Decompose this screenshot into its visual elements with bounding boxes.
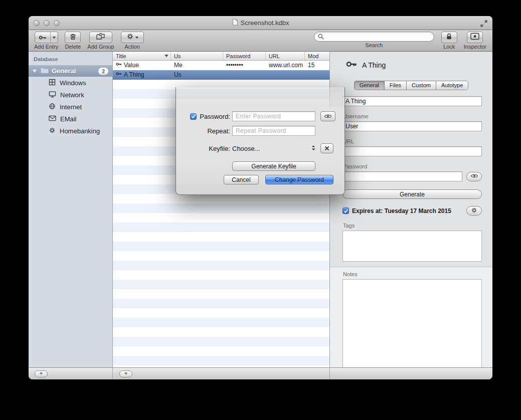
- expires-checkbox[interactable]: [342, 207, 349, 214]
- dialog-password-label: Password:: [200, 113, 230, 120]
- username-label: Username: [343, 113, 482, 119]
- tab-files[interactable]: Files: [384, 81, 406, 90]
- inspector-icon: [470, 33, 479, 42]
- eye-icon: [470, 173, 478, 180]
- sidebar-item-label: EMail: [60, 115, 77, 123]
- search-label: Search: [365, 42, 383, 48]
- folder-icon: [40, 67, 49, 75]
- add-group-button[interactable]: [89, 32, 112, 43]
- add-entry-dropdown[interactable]: [50, 32, 58, 43]
- sidebar-item-windows[interactable]: Windows: [29, 77, 112, 89]
- sidebar-item-email[interactable]: EMail: [29, 113, 112, 125]
- add-entry-footer-button[interactable]: +: [119, 370, 132, 377]
- add-group-footer-button[interactable]: +: [35, 370, 48, 377]
- expires-options-button[interactable]: [466, 206, 482, 216]
- action-button[interactable]: [121, 32, 144, 43]
- username-field[interactable]: [342, 121, 482, 131]
- url-label: URL: [343, 138, 482, 144]
- add-group-label: Add Group: [87, 44, 114, 50]
- sidebar-item-label: Internet: [60, 103, 82, 111]
- column-header-url[interactable]: URL: [266, 52, 305, 60]
- gear-icon: [49, 127, 56, 135]
- dialog-keyfile-label: Keyfile:: [209, 145, 230, 152]
- sort-indicator-icon: [164, 55, 168, 57]
- tab-custom[interactable]: Custom: [406, 81, 436, 90]
- change-password-button[interactable]: Change Password: [265, 175, 333, 184]
- lock-icon: [445, 33, 453, 43]
- cancel-button[interactable]: Cancel: [224, 175, 259, 184]
- lock-label: Lock: [443, 44, 455, 50]
- password-label: Password: [343, 163, 482, 169]
- windows-icon: [49, 79, 56, 87]
- disclosure-triangle-icon[interactable]: [33, 70, 37, 73]
- entry-key-icon: [116, 61, 122, 70]
- keyfile-popup[interactable]: Choose...: [232, 145, 315, 152]
- title-field[interactable]: [342, 96, 482, 106]
- column-header-password[interactable]: Password: [223, 52, 266, 60]
- column-header-username[interactable]: Us: [171, 52, 223, 60]
- change-password-dialog: Password: Repeat:: [176, 87, 345, 195]
- notes-textarea[interactable]: [342, 279, 482, 371]
- inspector-tabbar: General Files Custom Autotype: [354, 81, 469, 90]
- table-row-selected[interactable]: A Thing Us: [113, 70, 329, 80]
- window-close-button[interactable]: [34, 20, 40, 26]
- generate-password-button[interactable]: Generate: [342, 189, 482, 199]
- envelope-icon: [49, 115, 56, 123]
- sidebar-item-label: Windows: [60, 79, 86, 87]
- fullscreen-icon[interactable]: [480, 20, 488, 28]
- search-input[interactable]: [314, 32, 434, 42]
- add-entry-button[interactable]: [35, 32, 58, 43]
- url-field[interactable]: [342, 146, 482, 156]
- generate-keyfile-button[interactable]: Generate Keyfile: [232, 161, 315, 171]
- footer-divider: [112, 368, 113, 379]
- window-title: Screenshot.kdbx: [241, 19, 289, 27]
- sidebar-group-label: General: [52, 67, 76, 75]
- delete-button[interactable]: [65, 32, 81, 43]
- password-field[interactable]: [342, 171, 462, 181]
- repeat-password-input[interactable]: [232, 126, 315, 136]
- sidebar-group-general[interactable]: General 2: [29, 65, 112, 77]
- globe-icon: [49, 103, 56, 111]
- eye-icon: [324, 112, 332, 121]
- window-zoom-button[interactable]: [54, 20, 60, 26]
- inspector-label: Inspector: [464, 44, 486, 50]
- folders-icon: [95, 33, 106, 43]
- sidebar-header: Database: [29, 52, 112, 65]
- inspector-button[interactable]: [467, 32, 483, 43]
- titlebar[interactable]: Screenshot.kdbx: [29, 16, 492, 30]
- window-minimize-button[interactable]: [44, 20, 50, 26]
- app-window: Screenshot.kdbx Add Entry Delete: [29, 16, 492, 379]
- new-password-input[interactable]: [232, 111, 315, 121]
- document-icon: [232, 19, 238, 27]
- dialog-repeat-label: Repeat:: [207, 127, 230, 135]
- monitor-icon: [49, 91, 56, 99]
- clear-keyfile-button[interactable]: [320, 143, 333, 153]
- notes-label: Notes: [343, 271, 482, 277]
- reveal-new-password-button[interactable]: [320, 111, 335, 121]
- inspector-panel: A Thing General Files Custom Autotype Us…: [330, 52, 492, 367]
- close-icon: [324, 144, 329, 153]
- group-count-badge: 2: [98, 68, 108, 75]
- sidebar-item-label: Homebanking: [60, 127, 100, 135]
- column-header-modified[interactable]: Mod: [305, 52, 329, 60]
- delete-label: Delete: [65, 44, 81, 50]
- table-row[interactable]: Value Me •••••••• www.url.com 15: [113, 61, 329, 70]
- gear-icon: [471, 207, 477, 215]
- tags-textarea[interactable]: [342, 231, 482, 262]
- tab-autotype[interactable]: Autotype: [436, 81, 468, 90]
- caret-down-icon: [135, 37, 138, 39]
- reveal-password-button[interactable]: [466, 172, 482, 181]
- password-checkbox[interactable]: [190, 113, 197, 120]
- column-header-title[interactable]: Title: [113, 52, 171, 60]
- tab-general[interactable]: General: [355, 81, 384, 90]
- gear-icon: [126, 33, 134, 42]
- lock-button[interactable]: [441, 32, 457, 43]
- sidebar-item-homebanking[interactable]: Homebanking: [29, 125, 112, 137]
- entry-icon: [346, 59, 357, 72]
- sidebar-item-network[interactable]: Network: [29, 89, 112, 101]
- inspector-entry-title: A Thing: [362, 61, 386, 69]
- add-entry-label: Add Entry: [34, 44, 58, 50]
- caret-down-icon: [53, 37, 56, 39]
- sidebar-item-internet[interactable]: Internet: [29, 101, 112, 113]
- action-label: Action: [124, 44, 140, 50]
